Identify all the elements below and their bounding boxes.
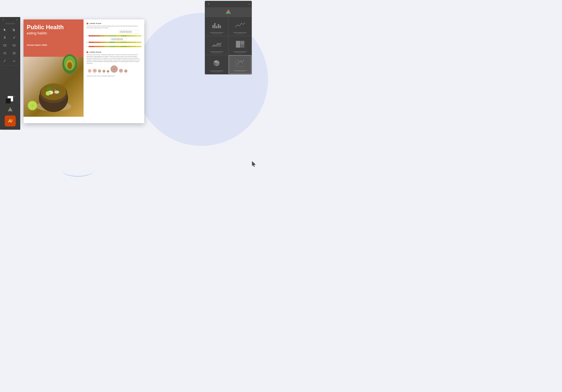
food-bowl-illustration: [33, 81, 74, 113]
scatter-label: [233, 70, 247, 71]
ai-logo-text: Ai: [8, 118, 12, 124]
svg-marker-11: [9, 107, 11, 109]
scatter-sublabel: [235, 71, 245, 72]
bubble-c: 65: [98, 69, 101, 73]
bubble-g: 70: [119, 69, 123, 73]
svg-point-6: [4, 52, 6, 54]
bar-row-c: C: [87, 46, 141, 47]
bubble-f: 95: [111, 66, 118, 73]
bar-label-b: B: [87, 42, 88, 43]
bar-label-c: C: [87, 46, 88, 47]
bar-row-b: B: [87, 42, 141, 43]
ai-app-icon: Ai: [5, 115, 16, 127]
svg-point-29: [46, 92, 50, 95]
section-1-label: LOREM IPSUM: [87, 23, 141, 24]
svg-marker-38: [227, 10, 229, 12]
chart-cell-bar[interactable]: [205, 17, 228, 36]
line-chart-icon: [230, 19, 250, 31]
scatter-axis-x: [236, 67, 244, 67]
section-1-body: Lorem ipsum dolor sit amet, consectetuer…: [87, 25, 141, 29]
chart-cell-line[interactable]: [229, 17, 251, 36]
treemap-cell-1: [236, 41, 240, 48]
bar-4: [218, 24, 219, 28]
document-container: Public Health eating habits Annual repor…: [23, 20, 144, 123]
dotted-arc-decoration: [62, 163, 94, 176]
svg-marker-48: [252, 161, 255, 167]
svg-point-27: [54, 91, 59, 94]
scatter-dot-4: [242, 62, 243, 63]
pen-tool-button[interactable]: [1, 34, 8, 41]
svg-point-2: [5, 36, 5, 37]
svg-line-3: [13, 37, 15, 39]
direct-select-button[interactable]: [11, 26, 18, 33]
chart-cell-treemap[interactable]: [229, 36, 251, 55]
pie-chart-visual: [213, 60, 220, 67]
chart-cell-pie[interactable]: [205, 55, 228, 74]
curve-tool-button[interactable]: [11, 58, 18, 65]
color-swatches[interactable]: ↗: [5, 96, 15, 104]
bubble-a: 88: [88, 69, 92, 73]
polygon-tool-button[interactable]: [11, 50, 18, 57]
panel-collapse-button[interactable]: «: [249, 3, 250, 5]
cover-watermark: Powered by Datylon: [47, 120, 60, 121]
bubble-label-e: E: [108, 73, 108, 74]
stroke-color-box[interactable]: [5, 98, 11, 104]
scatter-dot-1: [237, 63, 238, 64]
content-page: LOREM IPSUM Lorem ipsum dolor sit amet, …: [83, 20, 144, 123]
content-section-2: LOREM IPSUM Lorem ipsum dolor sit amet, …: [87, 51, 141, 77]
bubble-label-a: A: [89, 73, 90, 74]
bubble-label-h: H: [126, 73, 126, 74]
bubble-label-b: B: [94, 73, 95, 74]
tooltip-bubble-1: Lorem ipsum dolor sit amet, consectetuer…: [119, 30, 138, 33]
bar-track-a: [89, 35, 141, 36]
bubble-b: 76: [93, 69, 97, 73]
treemap-sublabel: [235, 53, 245, 53]
mouse-cursor: [252, 161, 256, 168]
bar-1: [212, 25, 214, 28]
scatter-chart-icon: [231, 57, 249, 69]
line-chart-sublabel: [235, 33, 245, 34]
ellipse-tool-button[interactable]: [1, 50, 8, 57]
toolbar-drag-handle: [5, 23, 15, 24]
toolbar-collapse-button[interactable]: «: [15, 18, 19, 22]
svg-marker-49: [252, 161, 255, 167]
toolbar-close-button[interactable]: ×: [1, 18, 5, 22]
chart-cell-area[interactable]: [205, 36, 228, 55]
select-tool-button[interactable]: [1, 26, 8, 33]
treemap-label: [233, 51, 247, 52]
bubble-d: 55: [103, 70, 105, 73]
scatter-dot-2: [239, 62, 240, 63]
section-1-title: LOREM IPSUM: [89, 23, 101, 24]
area-chart-visual: [212, 41, 222, 47]
svg-point-17: [67, 62, 72, 69]
avocado-illustration: [61, 52, 79, 75]
area-chart-label: [210, 51, 223, 52]
svg-marker-0: [4, 29, 6, 31]
panel-header: × «: [205, 1, 252, 7]
section-dot-2: [87, 51, 88, 53]
chart-cell-scatter[interactable]: [229, 55, 251, 74]
svg-point-8: [4, 62, 4, 62]
panel-close-button[interactable]: ×: [207, 2, 211, 6]
bar-5: [220, 25, 221, 28]
line-tool-button[interactable]: [11, 34, 18, 41]
panel-logo-container: [205, 7, 252, 17]
cover-subtitle: Annual report | 2023: [27, 44, 47, 46]
pencil-tool-button[interactable]: [1, 58, 8, 65]
svg-point-46: [244, 23, 245, 23]
rect-tool-button[interactable]: [1, 42, 8, 49]
svg-marker-7: [13, 52, 15, 54]
polychrom-logo-svg: [225, 9, 231, 15]
bubble-label-c: C: [99, 73, 100, 74]
bar-chart-label: [210, 32, 223, 33]
plugin-button[interactable]: [6, 105, 14, 114]
treemap-cell-3: [241, 45, 244, 48]
section-dot-1: [87, 23, 88, 24]
treemap-visual: [236, 41, 244, 47]
bubble-label-f: F: [114, 73, 115, 74]
rounded-rect-button[interactable]: [11, 42, 18, 49]
swap-colors-icon[interactable]: ↗: [13, 96, 15, 98]
area-chart-sublabel: [212, 53, 222, 53]
section-2-body: Lorem ipsum dolor sit amet, consectetuer…: [87, 54, 141, 64]
treemap-cell-2: [241, 41, 244, 45]
